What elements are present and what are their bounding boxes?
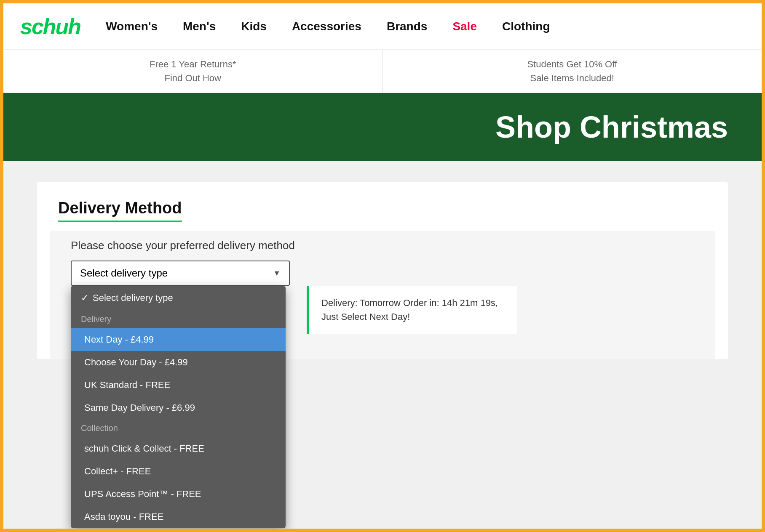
- info-students-line2: Sale Items Included!: [391, 71, 754, 85]
- nav-item-womens[interactable]: Women's: [106, 20, 158, 33]
- nav-item-accessories[interactable]: Accessories: [292, 20, 361, 33]
- dropdown-item-collect-plus[interactable]: Collect+ - FREE: [71, 460, 286, 483]
- section-header: Delivery Method: [37, 182, 728, 231]
- dropdown-selected-item[interactable]: ✓ Select delivery type: [71, 286, 286, 310]
- dropdown-group-delivery: Delivery: [71, 310, 286, 328]
- delivery-info-box: Delivery: Tomorrow Order in: 14h 21m 19s…: [307, 286, 517, 334]
- chevron-down-icon: ▼: [273, 269, 281, 278]
- dropdown-item-uk-standard[interactable]: UK Standard - FREE: [71, 374, 286, 396]
- banner-title: Shop Christmas: [37, 110, 728, 144]
- info-students: Students Get 10% Off Sale Items Included…: [383, 50, 762, 93]
- nav-items-list: Women's Men's Kids Accessories Brands Sa…: [106, 20, 745, 33]
- dropdown-item-click-collect[interactable]: schuh Click & Collect - FREE: [71, 437, 286, 460]
- dropdown-item-asda[interactable]: Asda toyou - FREE: [71, 505, 286, 528]
- delivery-type-dropdown-trigger[interactable]: Select delivery type ▼: [71, 261, 290, 286]
- info-returns-line2: Find Out How: [12, 71, 374, 85]
- dropdown-trigger-label: Select delivery type: [80, 267, 168, 279]
- section-body: Please choose your preferred delivery me…: [50, 231, 715, 359]
- delivery-method-section: Delivery Method Please choose your prefe…: [37, 182, 728, 359]
- delivery-type-dropdown-container: Select delivery type ▼ ✓ Select delivery…: [71, 261, 290, 286]
- info-returns[interactable]: Free 1 Year Returns* Find Out How: [3, 50, 383, 93]
- section-title: Delivery Method: [58, 199, 182, 222]
- checkmark-icon: ✓: [81, 293, 88, 303]
- dropdown-group-collection: Collection: [71, 419, 286, 437]
- delivery-info-text: Delivery: Tomorrow Order in: 14h 21m 19s…: [321, 296, 505, 324]
- dropdown-item-same-day[interactable]: Same Day Delivery - £6.99: [71, 396, 286, 419]
- dropdown-selected-label: Select delivery type: [93, 293, 173, 303]
- nav-item-kids[interactable]: Kids: [241, 20, 267, 33]
- info-returns-line1: Free 1 Year Returns*: [12, 57, 374, 71]
- info-bar: Free 1 Year Returns* Find Out How Studen…: [3, 50, 762, 93]
- brand-logo[interactable]: schuh: [20, 14, 80, 39]
- nav-item-mens[interactable]: Men's: [183, 20, 216, 33]
- nav-item-clothing[interactable]: Clothing: [502, 20, 550, 33]
- top-navigation: schuh Women's Men's Kids Accessories Bra…: [3, 3, 762, 50]
- delivery-row: Select delivery type ▼ ✓ Select delivery…: [71, 261, 694, 334]
- promo-banner: Shop Christmas: [3, 93, 762, 161]
- nav-item-brands[interactable]: Brands: [387, 20, 427, 33]
- dropdown-item-choose-day[interactable]: Choose Your Day - £4.99: [71, 351, 286, 374]
- main-content: Delivery Method Please choose your prefe…: [3, 161, 762, 498]
- dropdown-item-ups-access[interactable]: UPS Access Point™ - FREE: [71, 483, 286, 505]
- delivery-type-dropdown-menu: ✓ Select delivery type Delivery Next Day…: [71, 286, 286, 528]
- info-students-line1: Students Get 10% Off: [391, 57, 754, 71]
- dropdown-item-next-day[interactable]: Next Day - £4.99: [71, 328, 286, 351]
- delivery-prompt: Please choose your preferred delivery me…: [71, 239, 694, 252]
- nav-item-sale[interactable]: Sale: [452, 20, 477, 33]
